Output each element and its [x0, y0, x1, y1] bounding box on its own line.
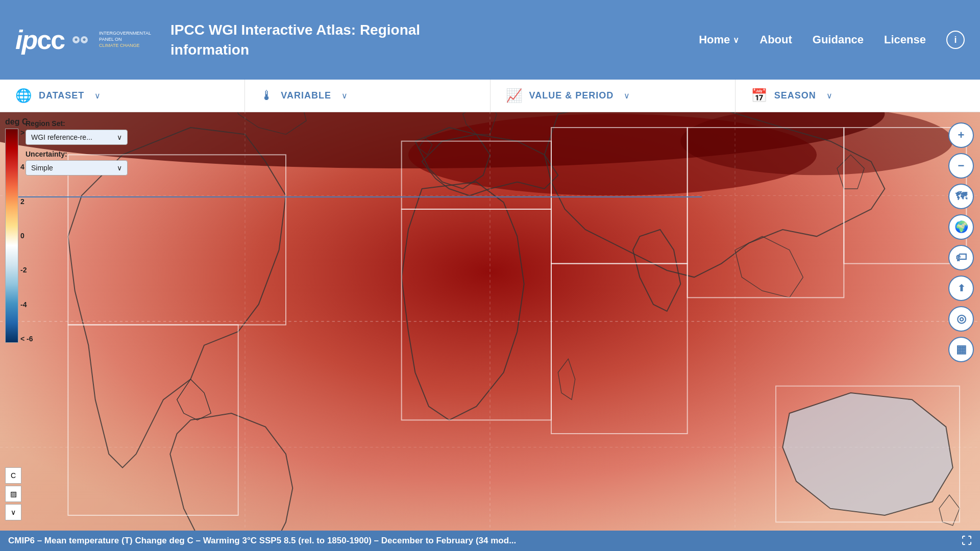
grid-icon: ▦	[956, 343, 967, 356]
legend-controls: C ▨ ∨	[5, 467, 21, 520]
legend-hatch-button[interactable]: ▨	[5, 486, 21, 502]
unep-icon: ⊕	[81, 36, 88, 43]
uncertainty-value: Simple	[31, 164, 53, 172]
uncertainty-chevron-icon: ∨	[117, 164, 122, 172]
home-chevron-icon: ∨	[733, 35, 739, 45]
ipcc-logo-text: ipcc	[15, 27, 64, 53]
guidance-nav-item[interactable]: Guidance	[813, 33, 864, 46]
value-period-chevron-icon: ∨	[624, 91, 630, 101]
tag-button[interactable]: 🏷	[948, 245, 974, 270]
variable-label: VARIABLE	[281, 90, 331, 101]
main-nav: Home ∨ About Guidance License i	[699, 31, 965, 49]
target-icon: ◎	[957, 312, 966, 325]
wmo-icon: ⊕	[72, 36, 80, 43]
ipcc-full-name: INTERGOVERNMENTAL PANEL ONclimate change	[99, 31, 160, 48]
season-section[interactable]: 📅 SEASON ∨	[736, 80, 980, 112]
hatch-icon: ▨	[10, 490, 17, 498]
region-set-label: Region Set:	[26, 119, 128, 128]
region-set-chevron-icon: ∨	[117, 133, 122, 141]
share-icon: ⬆	[958, 283, 965, 294]
legend-label-bottom: < -6	[20, 335, 33, 343]
uncertainty-label: Uncertainty:	[26, 150, 128, 158]
about-nav-item[interactable]: About	[760, 33, 792, 46]
uncertainty-dropdown[interactable]: Simple ∨	[26, 160, 128, 176]
legend-label-neg2: -2	[20, 266, 33, 274]
chevron-down-icon: ∨	[11, 508, 16, 516]
legend-unit-label: deg C	[5, 117, 28, 127]
dataset-section[interactable]: 🌐 DATASET ∨	[0, 80, 245, 112]
status-bar: CMIP6 – Mean temperature (T) Change deg …	[0, 531, 980, 551]
dataset-label: DATASET	[39, 90, 84, 101]
minus-icon: −	[958, 159, 965, 172]
status-text: CMIP6 – Mean temperature (T) Change deg …	[8, 536, 516, 546]
legend-label-0: 0	[20, 232, 33, 240]
season-label: SEASON	[774, 90, 816, 101]
zoom-in-button[interactable]: +	[948, 122, 974, 148]
thermometer-icon: 🌡	[260, 88, 274, 104]
globe-view-button[interactable]: 🌍	[948, 214, 974, 240]
variable-chevron-icon: ∨	[341, 91, 348, 101]
reference-line	[18, 196, 702, 197]
zoom-out-button[interactable]: −	[948, 153, 974, 179]
expand-button[interactable]: ⛶	[962, 535, 972, 547]
home-nav-item[interactable]: Home ∨	[699, 33, 739, 46]
tag-icon: 🏷	[955, 251, 967, 264]
region-set-value: WGI reference-re...	[31, 133, 92, 141]
dataset-chevron-icon: ∨	[94, 91, 101, 101]
grid-button[interactable]: ▦	[948, 337, 974, 362]
ipcc-wordmark: ipcc	[15, 27, 64, 53]
globe-icon: 🌐	[15, 88, 32, 104]
plus-icon: +	[958, 129, 965, 142]
legend-collapse-button[interactable]: ∨	[5, 504, 21, 520]
legend-c-button[interactable]: C	[5, 467, 21, 484]
map-container: deg C > 6 4 2 0 -2 -4 < -6 Region Set: W…	[0, 112, 980, 531]
value-period-section[interactable]: 📈 VALUE & PERIOD ∨	[491, 80, 736, 112]
globe-icon: 🌍	[954, 220, 968, 234]
chart-icon: 📈	[506, 88, 522, 104]
share-button[interactable]: ⬆	[948, 276, 974, 301]
legend-label-2: 2	[20, 197, 33, 206]
legend-label-neg4: -4	[20, 300, 33, 309]
season-chevron-icon: ∨	[826, 91, 832, 101]
logo-area: ipcc ⊕ ⊕ INTERGOVERNMENTAL PANEL ONclima…	[15, 27, 160, 53]
toolbar: 🌐 DATASET ∨ 🌡 VARIABLE ∨ 📈 VALUE & PERIO…	[0, 80, 980, 112]
page-title: IPCC WGI Interactive Atlas: Regional inf…	[170, 20, 420, 60]
region-controls-panel: Region Set: WGI reference-re... ∨ Uncert…	[26, 119, 128, 181]
map-controls: + − 🗺 🌍 🏷 ⬆ ◎ ▦	[948, 122, 974, 362]
c-label: C	[11, 471, 16, 480]
layers-button[interactable]: 🗺	[948, 184, 974, 209]
locate-button[interactable]: ◎	[948, 306, 974, 332]
region-set-dropdown[interactable]: WGI reference-re... ∨	[26, 130, 128, 145]
variable-section[interactable]: 🌡 VARIABLE ∨	[245, 80, 490, 112]
license-nav-item[interactable]: License	[884, 33, 926, 46]
color-scale-bar	[5, 129, 18, 343]
info-button[interactable]: i	[946, 31, 965, 49]
calendar-icon: 📅	[751, 88, 767, 104]
header: ipcc ⊕ ⊕ INTERGOVERNMENTAL PANEL ONclima…	[0, 0, 980, 80]
world-map-svg[interactable]	[0, 112, 980, 531]
logo-circles: ⊕ ⊕	[72, 36, 88, 43]
ipcc-subtitle: INTERGOVERNMENTAL PANEL ONclimate change	[99, 31, 160, 48]
value-period-label: VALUE & PERIOD	[529, 90, 614, 101]
layers-icon: 🗺	[955, 190, 967, 203]
